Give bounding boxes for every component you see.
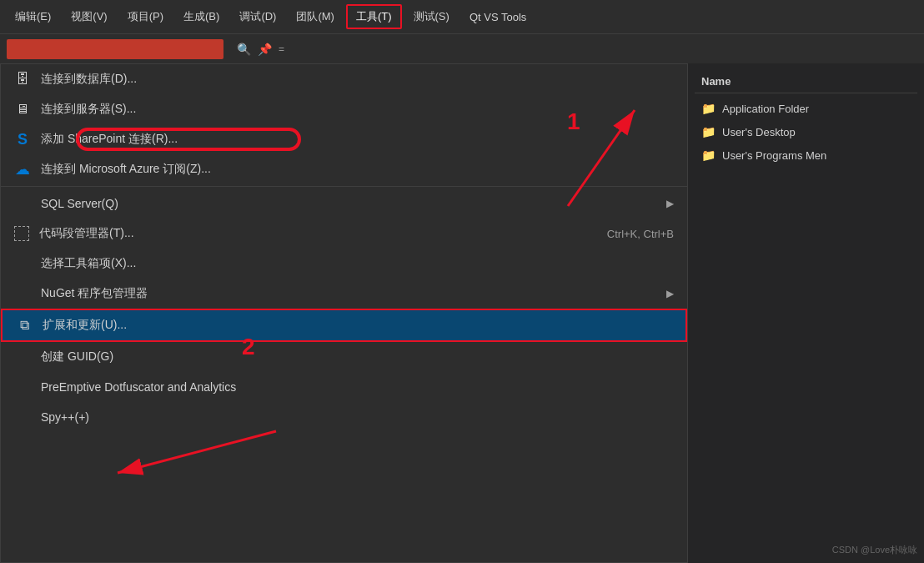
azure-label: 连接到 Microsoft Azure 订阅(Z)... — [41, 162, 674, 177]
sharepoint-icon: S — [14, 131, 31, 148]
application-folder-label: Application Folder — [722, 103, 809, 115]
dotfuscator-icon — [14, 379, 31, 395]
toolbar: 🔍 📌 = — [0, 33, 924, 63]
user-programs-label: User's Programs Men — [722, 149, 826, 162]
extensions-icon: ⧉ — [16, 317, 33, 334]
user-desktop-label: User's Desktop — [722, 126, 796, 138]
folder-icon-2: 📁 — [701, 125, 716, 138]
menu-connect-server[interactable]: 🖥 连接到服务器(S)... — [1, 94, 687, 124]
menu-nuget[interactable]: NuGet 程序包管理器 ▶ — [1, 279, 687, 309]
folder-icon-3: 📁 — [701, 148, 716, 162]
menu-spy[interactable]: Spy++(+) — [1, 402, 687, 432]
tools-dropdown-menu: 🗄 连接到数据库(D)... 🖥 连接到服务器(S)... S 添加 Share… — [0, 63, 688, 563]
toolbar-pin-icon: 📌 — [258, 43, 272, 56]
separator-1 — [1, 186, 687, 187]
menu-team[interactable]: 团队(M) — [288, 6, 343, 28]
annotation-red-curve — [76, 128, 301, 151]
menu-tools[interactable]: 工具(T) — [346, 4, 402, 29]
guid-icon — [14, 349, 31, 365]
menu-connect-db[interactable]: 🗄 连接到数据库(D)... — [1, 64, 687, 94]
extensions-label: 扩展和更新(U)... — [43, 318, 672, 333]
server-icon: 🖥 — [14, 101, 31, 118]
svg-line-1 — [118, 431, 276, 473]
main-area: 🗄 连接到数据库(D)... 🖥 连接到服务器(S)... S 添加 Share… — [0, 63, 924, 563]
sql-server-label: SQL Server(Q) — [41, 197, 656, 210]
menu-snippets[interactable]: 代码段管理器(T)... Ctrl+K, Ctrl+B — [1, 219, 687, 249]
menu-view[interactable]: 视图(V) — [63, 6, 115, 28]
menu-build[interactable]: 生成(B) — [175, 6, 228, 28]
toolbox-icon — [14, 255, 31, 272]
connect-db-label: 连接到数据库(D)... — [41, 72, 674, 87]
menu-toolbox[interactable]: 选择工具箱项(X)... — [1, 249, 687, 279]
snippets-icon — [14, 226, 29, 241]
menu-azure[interactable]: ☁ 连接到 Microsoft Azure 订阅(Z)... — [1, 154, 687, 184]
toolbox-label: 选择工具箱项(X)... — [41, 256, 674, 271]
watermark: CSDN @Love朴咏咏 — [832, 544, 917, 556]
menubar: 编辑(E) 视图(V) 项目(P) 生成(B) 调试(D) 团队(M) 工具(T… — [0, 0, 924, 33]
azure-icon: ☁ — [14, 161, 31, 178]
menu-debug[interactable]: 调试(D) — [231, 6, 284, 28]
menu-qt[interactable]: Qt VS Tools — [461, 8, 535, 27]
spy-label: Spy++(+) — [41, 410, 674, 424]
nuget-label: NuGet 程序包管理器 — [41, 286, 656, 301]
sql-arrow-icon: ▶ — [666, 198, 674, 209]
connect-server-label: 连接到服务器(S)... — [41, 102, 674, 117]
spy-icon — [14, 409, 31, 425]
toolbar-equals-icon: = — [279, 43, 284, 55]
menu-test[interactable]: 测试(S) — [405, 6, 458, 28]
right-panel-header: Name — [695, 70, 917, 93]
menu-edit[interactable]: 编辑(E) — [7, 6, 59, 28]
right-panel-item-user-programs[interactable]: 📁 User's Programs Men — [695, 143, 917, 167]
nuget-arrow-icon: ▶ — [666, 288, 674, 299]
dotfuscator-label: PreEmptive Dotfuscator and Analytics — [41, 380, 674, 394]
snippets-shortcut: Ctrl+K, Ctrl+B — [607, 228, 674, 240]
nuget-icon — [14, 285, 31, 302]
snippets-label: 代码段管理器(T)... — [39, 226, 597, 241]
right-panel: Name 📁 Application Folder 📁 User's Deskt… — [688, 63, 924, 563]
menu-sql-server[interactable]: SQL Server(Q) ▶ — [1, 189, 687, 219]
create-guid-label: 创建 GUID(G) — [41, 349, 674, 364]
menu-dotfuscator[interactable]: PreEmptive Dotfuscator and Analytics — [1, 372, 687, 402]
db-icon: 🗄 — [14, 71, 31, 88]
menu-extensions[interactable]: ⧉ 扩展和更新(U)... — [1, 309, 687, 342]
toolbar-start-button[interactable] — [7, 39, 223, 59]
sql-icon — [14, 195, 31, 212]
menu-create-guid[interactable]: 创建 GUID(G) — [1, 342, 687, 372]
menu-project[interactable]: 项目(P) — [119, 6, 172, 28]
toolbar-search-icon[interactable]: 🔍 — [237, 43, 251, 56]
right-panel-item-application-folder[interactable]: 📁 Application Folder — [695, 97, 917, 120]
folder-icon-1: 📁 — [701, 102, 716, 115]
right-panel-item-user-desktop[interactable]: 📁 User's Desktop — [695, 120, 917, 143]
